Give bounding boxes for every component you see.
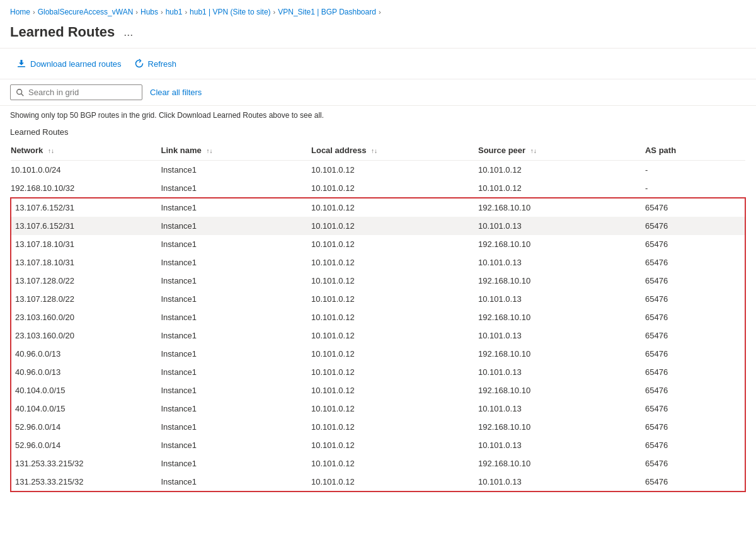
cell-as-path: 65476 <box>645 308 745 326</box>
cell-local-address: 10.101.0.12 <box>311 345 478 363</box>
table-row: 52.96.0.0/14Instance110.101.0.12192.168.… <box>11 418 745 436</box>
cell-as-path: 65476 <box>645 326 745 345</box>
cell-source-peer: 10.101.0.13 <box>478 326 645 345</box>
filter-bar: Clear all filters <box>0 79 756 106</box>
cell-source-peer: 192.168.10.10 <box>478 235 645 253</box>
table-row: 13.107.128.0/22Instance110.101.0.1210.10… <box>11 290 745 308</box>
cell-local-address: 10.101.0.12 <box>311 253 478 272</box>
cell-source-peer: 10.101.0.13 <box>478 253 645 272</box>
table-row: 40.96.0.0/13Instance110.101.0.1210.101.0… <box>11 363 745 381</box>
cell-link-name: Instance1 <box>161 290 312 308</box>
cell-network: 40.96.0.0/13 <box>11 363 161 381</box>
breadcrumb-hub1[interactable]: hub1 <box>166 8 183 16</box>
sort-icon-network: ↑↓ <box>48 147 54 154</box>
cell-network: 13.107.6.152/31 <box>11 217 161 235</box>
table-row: 23.103.160.0/20Instance110.101.0.12192.1… <box>11 308 745 326</box>
cell-link-name: Instance1 <box>161 235 312 253</box>
sort-icon-link: ↑↓ <box>206 147 212 154</box>
cell-local-address: 10.101.0.12 <box>311 454 478 473</box>
breadcrumb-vpn[interactable]: hub1 | VPN (Site to site) <box>190 8 271 16</box>
page-title: Learned Routes <box>10 24 115 40</box>
table-row: 10.101.0.0/24Instance110.101.0.1210.101.… <box>11 161 745 180</box>
cell-as-path: 65476 <box>645 363 745 381</box>
table-row: 13.107.6.152/31Instance110.101.0.12192.1… <box>11 198 745 217</box>
table-row: 23.103.160.0/20Instance110.101.0.1210.10… <box>11 326 745 345</box>
toolbar: Download learned routes Refresh <box>0 49 756 79</box>
cell-source-peer: 10.101.0.13 <box>478 217 645 235</box>
refresh-label: Refresh <box>148 59 177 69</box>
breadcrumb-sep-2: › <box>135 8 138 16</box>
cell-as-path: - <box>645 179 745 198</box>
breadcrumb-hubs[interactable]: Hubs <box>140 8 158 16</box>
breadcrumb-bgp[interactable]: VPN_Site1 | BGP Dashboard <box>278 8 376 16</box>
cell-network: 13.107.6.152/31 <box>11 198 161 217</box>
table-row: 131.253.33.215/32Instance110.101.0.1210.… <box>11 473 745 492</box>
table-row: 13.107.18.10/31Instance110.101.0.12192.1… <box>11 235 745 253</box>
refresh-button[interactable]: Refresh <box>128 55 183 72</box>
cell-link-name: Instance1 <box>161 418 312 436</box>
clear-filters-button[interactable]: Clear all filters <box>150 85 202 100</box>
cell-as-path: 65476 <box>645 235 745 253</box>
cell-as-path: 65476 <box>645 454 745 473</box>
cell-source-peer: 10.101.0.12 <box>478 161 645 180</box>
cell-link-name: Instance1 <box>161 363 312 381</box>
cell-local-address: 10.101.0.12 <box>311 436 478 454</box>
cell-local-address: 10.101.0.12 <box>311 272 478 290</box>
cell-link-name: Instance1 <box>161 179 312 198</box>
cell-local-address: 10.101.0.12 <box>311 326 478 345</box>
cell-local-address: 10.101.0.12 <box>311 400 478 418</box>
breadcrumb-sep-3: › <box>161 8 163 16</box>
breadcrumb-sep-4: › <box>185 8 187 16</box>
breadcrumb-vwan[interactable]: GlobalSecureAccess_vWAN <box>38 8 134 16</box>
col-header-peer[interactable]: Source peer ↑↓ <box>478 141 645 161</box>
svg-rect-0 <box>18 66 25 67</box>
cell-network: 23.103.160.0/20 <box>11 326 161 345</box>
col-header-as[interactable]: AS path <box>645 141 745 161</box>
cell-link-name: Instance1 <box>161 345 312 363</box>
cell-local-address: 10.101.0.12 <box>311 179 478 198</box>
cell-as-path: 65476 <box>645 418 745 436</box>
cell-link-name: Instance1 <box>161 308 312 326</box>
cell-link-name: Instance1 <box>161 381 312 400</box>
cell-link-name: Instance1 <box>161 161 312 180</box>
cell-link-name: Instance1 <box>161 253 312 272</box>
cell-source-peer: 192.168.10.10 <box>478 418 645 436</box>
download-button[interactable]: Download learned routes <box>10 55 128 72</box>
col-header-local[interactable]: Local address ↑↓ <box>311 141 478 161</box>
more-options-button[interactable]: ... <box>120 25 137 40</box>
cell-local-address: 10.101.0.12 <box>311 290 478 308</box>
cell-local-address: 10.101.0.12 <box>311 198 478 217</box>
cell-as-path: - <box>645 161 745 180</box>
breadcrumb-home[interactable]: Home <box>10 8 30 16</box>
cell-as-path: 65476 <box>645 290 745 308</box>
table-row: 13.107.18.10/31Instance110.101.0.1210.10… <box>11 253 745 272</box>
col-header-network[interactable]: Network ↑↓ <box>11 141 161 161</box>
sort-icon-local: ↑↓ <box>371 147 377 154</box>
cell-network: 40.104.0.0/15 <box>11 400 161 418</box>
svg-line-2 <box>21 93 24 96</box>
cell-as-path: 65476 <box>645 436 745 454</box>
cell-source-peer: 10.101.0.13 <box>478 436 645 454</box>
search-input[interactable] <box>28 88 137 97</box>
cell-link-name: Instance1 <box>161 272 312 290</box>
cell-link-name: Instance1 <box>161 436 312 454</box>
cell-source-peer: 192.168.10.10 <box>478 454 645 473</box>
col-header-link[interactable]: Link name ↑↓ <box>161 141 312 161</box>
table-row: 131.253.33.215/32Instance110.101.0.12192… <box>11 454 745 473</box>
cell-as-path: 65476 <box>645 345 745 363</box>
cell-local-address: 10.101.0.12 <box>311 381 478 400</box>
cell-network: 40.96.0.0/13 <box>11 345 161 363</box>
download-icon <box>16 59 26 69</box>
refresh-icon <box>134 59 144 69</box>
page-header: Learned Routes ... <box>0 21 756 49</box>
cell-as-path: 65476 <box>645 400 745 418</box>
cell-as-path: 65476 <box>645 473 745 492</box>
breadcrumb-sep-6: › <box>379 8 381 16</box>
table-header-row: Network ↑↓ Link name ↑↓ Local address ↑↓… <box>11 141 745 161</box>
cell-local-address: 10.101.0.12 <box>311 418 478 436</box>
section-label: Learned Routes <box>0 125 756 141</box>
cell-local-address: 10.101.0.12 <box>311 235 478 253</box>
search-box[interactable] <box>10 84 142 100</box>
cell-source-peer: 10.101.0.13 <box>478 400 645 418</box>
table-row: 13.107.128.0/22Instance110.101.0.12192.1… <box>11 272 745 290</box>
